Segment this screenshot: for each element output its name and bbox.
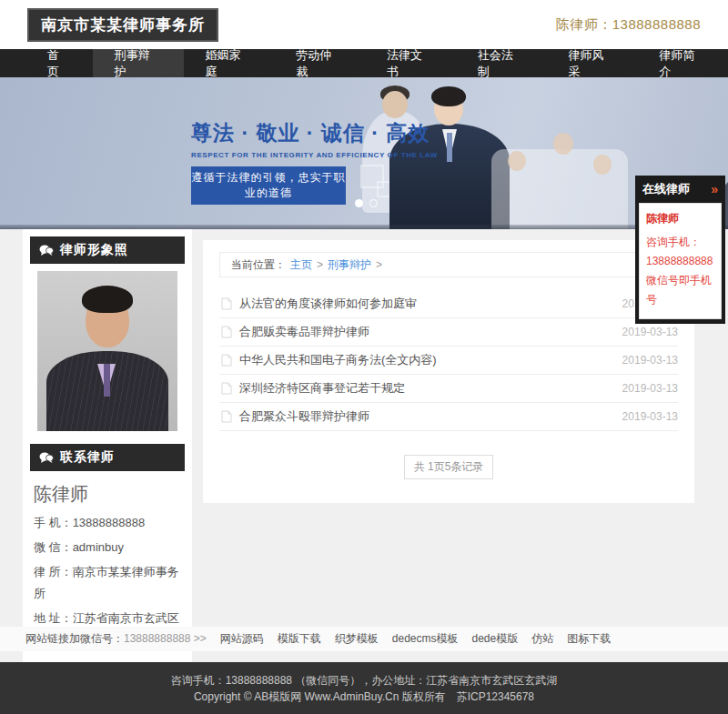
hero-banner: 尊法 · 敬业 · 诚信 · 高效 RESPECT FOR THE INTEGR… (0, 77, 728, 229)
online-lawyer-title: 在线律师 (642, 181, 690, 197)
online-lawyer-body: 陈律师 咨询手机： 13888888888 微信号即手机号 (639, 203, 722, 319)
breadcrumb-category-link[interactable]: 刑事辩护 (328, 257, 371, 273)
document-icon (221, 382, 232, 395)
document-icon (221, 326, 232, 338)
top-header: 南京市某某律师事务所 陈律师：13888888888 (0, 0, 728, 49)
friend-link-dedecms-template[interactable]: dedecms模板 (392, 631, 459, 647)
breadcrumb-separator: > (317, 258, 323, 271)
online-lawyer-phone-label: 咨询手机： (646, 233, 714, 252)
contact-row-phone: 手 机：13888888888 (34, 512, 181, 534)
contact-lawyer-name: 陈律师 (34, 482, 181, 507)
breadcrumb-home-link[interactable]: 主页 (290, 257, 312, 273)
friend-link-template-download[interactable]: 模版下载 (278, 631, 321, 647)
speech-bubble-icon (39, 245, 54, 256)
document-icon (221, 410, 232, 423)
friend-link-dede-template[interactable]: dede模版 (471, 631, 518, 647)
nav-item-home[interactable]: 首页 (25, 49, 93, 77)
slider-dot-active[interactable] (355, 199, 363, 207)
sidebar: 律师形象照 联系律师 陈律师 手 机：13888888888 微 信：admin… (23, 229, 192, 664)
article-row[interactable]: 深圳经济特区商事登记若干规定 2019-03-13 (219, 375, 678, 403)
article-date: 2019-03-13 (622, 382, 678, 395)
breadcrumb-separator: > (376, 258, 382, 271)
site-logo[interactable]: 南京市某某律师事务所 (27, 8, 218, 42)
online-lawyer-name: 陈律师 (646, 211, 714, 226)
more-arrow[interactable]: >> (194, 632, 207, 645)
footer-contact-line: 咨询手机：13888888888 （微信同号），办公地址：江苏省南京市玄武区玄武… (0, 672, 728, 689)
document-icon (221, 354, 232, 367)
friend-links-phone: 13888888888 (124, 632, 190, 645)
article-row[interactable]: 合肥聚众斗殴罪辩护律师 2019-03-13 (219, 403, 678, 431)
nav-item-criminal-defense[interactable]: 刑事辩护 (93, 49, 184, 77)
page-footer: 咨询手机：13888888888 （微信同号），办公地址：江苏省南京市玄武区玄武… (0, 662, 728, 714)
nav-item-lawyer-profile[interactable]: 律师简介 (637, 49, 728, 77)
main-column: 当前位置： 主页 > 刑事辩护 > 从法官的角度谈律师如何参加庭审 2019-0… (203, 240, 694, 503)
pagination-summary: 共 1页5条记录 (404, 455, 494, 479)
friend-link-icon-download[interactable]: 图标下载 (567, 631, 611, 647)
article-date: 2019-03-13 (622, 410, 678, 423)
nav-item-labor-arbitration[interactable]: 劳动仲裁 (274, 49, 365, 77)
online-lawyer-header: 在线律师 » (639, 176, 722, 203)
banner-slogan-title: 尊法 · 敬业 · 诚信 · 高效 (191, 119, 438, 147)
nav-item-lawyer-style[interactable]: 律师风采 (547, 49, 638, 77)
main-nav: 首页 刑事辩护 婚姻家庭 劳动仲裁 法律文书 社会法制 律师风采 律师简介 (0, 49, 728, 77)
article-row[interactable]: 从法官的角度谈律师如何参加庭审 2019-03-13 (219, 290, 678, 318)
banner-slogan: 尊法 · 敬业 · 诚信 · 高效 RESPECT FOR THE INTEGR… (191, 119, 438, 205)
article-title[interactable]: 中华人民共和国电子商务法(全文内容) (239, 352, 622, 368)
banner-slogan-english: RESPECT FOR THE INTEGRITY AND EFFICIENCY… (191, 151, 438, 159)
content-area: 律师形象照 联系律师 陈律师 手 机：13888888888 微 信：admin… (0, 229, 728, 664)
article-date: 2019-03-13 (622, 354, 678, 367)
breadcrumb: 当前位置： 主页 > 刑事辩护 > (219, 252, 678, 277)
nav-item-social-law[interactable]: 社会法制 (456, 49, 547, 77)
online-lawyer-note: 微信号即手机号 (646, 271, 714, 309)
friend-link-source[interactable]: 网站源码 (220, 631, 264, 647)
contact-row-firm: 律 所：南京市某某律师事务所 (34, 561, 181, 605)
sidebar-contact-title: 联系律师 (60, 449, 115, 466)
banner-tagline: 遵循于法律的引领，忠实于职业的道德 (191, 166, 346, 205)
lawyer-portrait-photo (37, 271, 177, 431)
slider-dot[interactable] (369, 199, 378, 207)
friend-link-dreamweaver-template[interactable]: 织梦模板 (335, 631, 379, 647)
slider-dots (355, 199, 378, 207)
article-title[interactable]: 合肥贩卖毒品罪辩护律师 (239, 324, 622, 340)
pagination: 共 1页5条记录 (219, 455, 678, 479)
nav-item-marriage-family[interactable]: 婚姻家庭 (184, 49, 275, 77)
collapse-arrow-icon[interactable]: » (711, 182, 718, 196)
article-title[interactable]: 深圳经济特区商事登记若干规定 (239, 380, 622, 397)
article-row[interactable]: 合肥贩卖毒品罪辩护律师 2019-03-13 (219, 318, 678, 347)
article-title[interactable]: 从法官的角度谈律师如何参加庭审 (239, 296, 622, 312)
sidebar-photo-header: 律师形象照 (30, 236, 185, 264)
nav-item-legal-documents[interactable]: 法律文书 (365, 49, 456, 77)
friend-links-prefix: 网站链接加微信号：13888888888 >> (25, 631, 207, 647)
footer-copyright-line: Copyright © AB模版网 Www.AdminBuy.Cn 版权所有 苏… (0, 689, 728, 705)
article-title[interactable]: 合肥聚众斗殴罪辩护律师 (239, 408, 622, 425)
sidebar-contact-header: 联系律师 (30, 444, 185, 471)
friend-links-bar: 网站链接加微信号：13888888888 >> 网站源码 模版下载 织梦模板 d… (0, 627, 728, 651)
friend-link-clone-site[interactable]: 仿站 (531, 631, 553, 647)
article-row[interactable]: 中华人民共和国电子商务法(全文内容) 2019-03-13 (219, 347, 678, 375)
online-lawyer-phone: 13888888888 (646, 252, 714, 271)
sidebar-photo-title: 律师形象照 (60, 242, 128, 258)
banner-photo-group (491, 149, 628, 229)
article-date: 2019-03-13 (622, 326, 678, 338)
header-phone: 陈律师：13888888888 (556, 16, 701, 34)
online-lawyer-panel: 在线律师 » 陈律师 咨询手机： 13888888888 微信号即手机号 (635, 176, 725, 324)
article-list: 从法官的角度谈律师如何参加庭审 2019-03-13 合肥贩卖毒品罪辩护律师 2… (219, 290, 678, 431)
speech-bubble-icon (39, 452, 54, 464)
breadcrumb-prefix: 当前位置： (231, 257, 286, 273)
document-icon (221, 297, 232, 310)
contact-row-wechat: 微 信：adminbuy (34, 537, 181, 558)
